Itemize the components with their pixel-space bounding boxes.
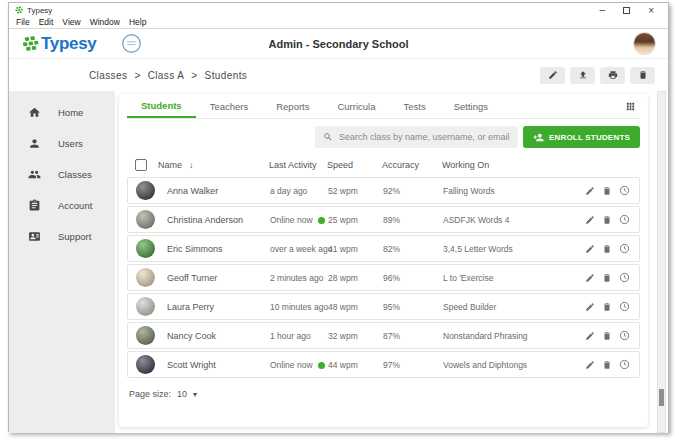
edit-icon bbox=[585, 244, 595, 254]
tab-tests[interactable]: Tests bbox=[389, 94, 439, 118]
breadcrumb-class-a[interactable]: Class A bbox=[148, 70, 185, 81]
search-icon bbox=[323, 132, 333, 142]
row-delete-button[interactable] bbox=[602, 331, 612, 341]
page-size-value[interactable]: 10 bbox=[177, 389, 187, 399]
row-history-button[interactable] bbox=[619, 214, 630, 225]
print-button[interactable] bbox=[600, 67, 625, 84]
row-edit-button[interactable] bbox=[585, 273, 595, 283]
sort-desc-icon[interactable]: ↓ bbox=[189, 160, 194, 170]
sidebar-item-classes[interactable]: Classes bbox=[9, 159, 115, 190]
grid-view-button[interactable] bbox=[625, 101, 636, 112]
table-row[interactable]: Anna Walker a day ago 52 wpm 92% Falling… bbox=[127, 177, 640, 204]
row-history-button[interactable] bbox=[619, 185, 630, 196]
column-name[interactable]: Name bbox=[158, 160, 182, 170]
scrollbar[interactable] bbox=[657, 91, 666, 433]
menu-file[interactable]: File bbox=[16, 17, 30, 27]
menu-view[interactable]: View bbox=[62, 17, 80, 27]
last-activity: a day ago bbox=[270, 186, 307, 196]
upload-icon bbox=[578, 70, 588, 80]
row-history-button[interactable] bbox=[619, 330, 630, 341]
student-name[interactable]: Nancy Cook bbox=[167, 331, 216, 341]
last-activity: Online now bbox=[270, 360, 313, 370]
tab-curricula[interactable]: Curricula bbox=[323, 94, 389, 118]
table-row[interactable]: Eric Simmons over a week ago 41 wpm 82% … bbox=[127, 235, 640, 262]
edit-button[interactable] bbox=[540, 67, 565, 84]
table-row[interactable]: Christina Anderson Online now 25 wpm 89%… bbox=[127, 206, 640, 233]
caret-down-icon[interactable]: ▾ bbox=[193, 390, 197, 399]
sidebar-item-users[interactable]: Users bbox=[9, 128, 115, 159]
column-last-activity[interactable]: Last Activity bbox=[269, 160, 327, 170]
row-delete-button[interactable] bbox=[602, 215, 612, 225]
content-area: Students Teachers Reports Curricula Test… bbox=[115, 91, 668, 433]
working-on-value: Vowels and Diphtongs bbox=[443, 360, 582, 370]
scrollbar-thumb[interactable] bbox=[659, 389, 664, 406]
column-speed[interactable]: Speed bbox=[327, 160, 382, 170]
row-edit-button[interactable] bbox=[585, 244, 595, 254]
row-delete-button[interactable] bbox=[602, 186, 612, 196]
row-delete-button[interactable] bbox=[602, 273, 612, 283]
tab-reports[interactable]: Reports bbox=[262, 94, 323, 118]
table-row[interactable]: Nancy Cook 1 hour ago 32 wpm 87% Nonstan… bbox=[127, 322, 640, 349]
edit-icon bbox=[585, 186, 595, 196]
delete-button[interactable] bbox=[630, 67, 655, 84]
speed-value: 44 wpm bbox=[328, 360, 383, 370]
search-input[interactable] bbox=[339, 132, 510, 142]
student-name[interactable]: Anna Walker bbox=[167, 186, 218, 196]
student-name[interactable]: Scott Wright bbox=[167, 360, 216, 370]
row-edit-button[interactable] bbox=[585, 215, 595, 225]
sidebar-item-label: Account bbox=[58, 200, 92, 211]
enroll-students-button[interactable]: ENROLL STUDENTS bbox=[523, 126, 640, 148]
column-working-on[interactable]: Working On bbox=[442, 160, 583, 170]
row-edit-button[interactable] bbox=[585, 186, 595, 196]
row-history-button[interactable] bbox=[619, 359, 630, 370]
row-edit-button[interactable] bbox=[585, 302, 595, 312]
upload-button[interactable] bbox=[570, 67, 595, 84]
row-edit-button[interactable] bbox=[585, 360, 595, 370]
menu-window[interactable]: Window bbox=[90, 17, 120, 27]
row-delete-button[interactable] bbox=[602, 244, 612, 254]
sidebar-item-support[interactable]: Support bbox=[9, 221, 115, 252]
table-row[interactable]: Geoff Turner 2 minutes ago 28 wpm 96% L … bbox=[127, 264, 640, 291]
avatar bbox=[136, 268, 155, 287]
student-name[interactable]: Christina Anderson bbox=[167, 215, 243, 225]
student-name[interactable]: Eric Simmons bbox=[167, 244, 223, 254]
maximize-icon[interactable] bbox=[623, 7, 630, 14]
menu-edit[interactable]: Edit bbox=[39, 17, 54, 27]
search-box[interactable] bbox=[315, 126, 518, 148]
table-row[interactable]: Scott Wright Online now 44 wpm 97% Vowel… bbox=[127, 351, 640, 378]
user-avatar[interactable] bbox=[634, 33, 655, 54]
minimize-icon[interactable]: – bbox=[600, 7, 606, 13]
history-icon bbox=[619, 243, 630, 254]
row-delete-button[interactable] bbox=[602, 302, 612, 312]
row-history-button[interactable] bbox=[619, 243, 630, 254]
search-row: ENROLL STUDENTS bbox=[127, 126, 640, 148]
row-delete-button[interactable] bbox=[602, 360, 612, 370]
student-name[interactable]: Laura Perry bbox=[167, 302, 214, 312]
tab-settings[interactable]: Settings bbox=[440, 94, 502, 118]
breadcrumb-students[interactable]: Students bbox=[205, 70, 248, 81]
menu-help[interactable]: Help bbox=[129, 17, 146, 27]
close-icon[interactable]: × bbox=[648, 5, 654, 16]
accuracy-value: 97% bbox=[383, 360, 443, 370]
sidebar-item-account[interactable]: Account bbox=[9, 190, 115, 221]
row-history-button[interactable] bbox=[619, 272, 630, 283]
avatar bbox=[136, 210, 155, 229]
edit-icon bbox=[585, 331, 595, 341]
student-name[interactable]: Geoff Turner bbox=[167, 273, 217, 283]
column-accuracy[interactable]: Accuracy bbox=[382, 160, 442, 170]
row-edit-button[interactable] bbox=[585, 331, 595, 341]
tab-teachers[interactable]: Teachers bbox=[196, 94, 263, 118]
speed-value: 28 wpm bbox=[328, 273, 383, 283]
accuracy-value: 89% bbox=[383, 215, 443, 225]
speed-value: 48 wpm bbox=[328, 302, 383, 312]
print-icon bbox=[608, 70, 618, 80]
sidebar-item-home[interactable]: Home bbox=[9, 97, 115, 128]
table-row[interactable]: Laura Perry 10 minutes ago 48 wpm 95% Sp… bbox=[127, 293, 640, 320]
speed-value: 52 wpm bbox=[328, 186, 383, 196]
tab-students[interactable]: Students bbox=[127, 94, 196, 118]
typesy-logo[interactable]: Typesy bbox=[22, 34, 97, 54]
row-history-button[interactable] bbox=[619, 301, 630, 312]
breadcrumb-classes[interactable]: Classes bbox=[89, 70, 127, 81]
person-add-icon bbox=[533, 132, 544, 143]
select-all-checkbox[interactable] bbox=[135, 159, 147, 171]
